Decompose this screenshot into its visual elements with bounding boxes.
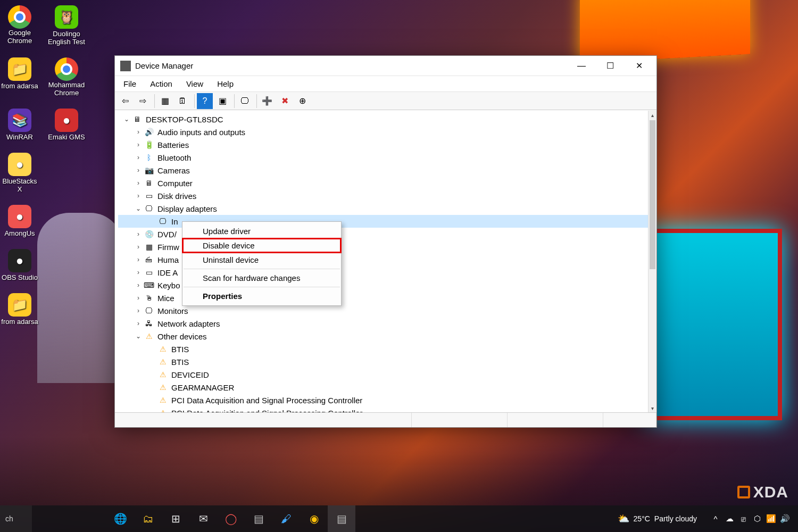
toolbar-show-hidden-button[interactable]: ▦ (157, 93, 173, 109)
desktop-icon[interactable]: 📚WinRAR (1, 109, 38, 141)
toolbar-enable-button[interactable]: ➕ (259, 93, 275, 109)
chevron-right-icon[interactable]: › (134, 230, 143, 238)
tree-node[interactable]: ›ᛒBluetooth (118, 151, 648, 164)
tree-node[interactable]: ⚠BTIS (118, 355, 648, 368)
tree-node[interactable]: ⌄🖥DESKTOP-GTL8SDC (118, 113, 648, 126)
desktop-icon[interactable]: ●Emaki GMS (48, 109, 85, 141)
taskbar-search[interactable]: ch (0, 505, 32, 532)
desktop-icon[interactable]: ●BlueStacks X (1, 153, 38, 193)
taskbar-pin-store[interactable]: ⊞ (162, 505, 189, 532)
tree-node[interactable]: ›🔋Batteries (118, 138, 648, 151)
taskbar-pin-explorer[interactable]: 🗂 (134, 505, 162, 532)
desktop-icon[interactable]: ●OBS Studio (1, 249, 38, 281)
menu-help[interactable]: Help (211, 78, 240, 90)
weather-temp[interactable]: 25°C (634, 514, 650, 523)
desktop-icon[interactable]: 📁from adarsa (1, 293, 38, 326)
chevron-right-icon[interactable]: › (134, 128, 143, 136)
tray-icon-5[interactable]: 🔊 (778, 505, 792, 532)
context-menu-item-update-driver[interactable]: Update driver (182, 224, 341, 238)
tree-node[interactable]: ›📷Cameras (118, 164, 648, 177)
chevron-down-icon[interactable]: ⌄ (134, 204, 143, 213)
close-button[interactable]: ✕ (625, 56, 653, 76)
tray-icon-1[interactable]: ☁ (722, 505, 736, 532)
chevron-right-icon[interactable]: › (134, 294, 143, 302)
wallpaper-accent (644, 229, 782, 420)
chevron-right-icon[interactable]: › (134, 255, 143, 264)
desktop-icon[interactable]: ●AmongUs (1, 205, 38, 237)
chevron-none (148, 345, 156, 353)
desktop-icon[interactable]: 🦉Duolingo English Test (48, 5, 85, 46)
tree-node[interactable]: ⚠GEARMANAGER (118, 381, 648, 394)
tree-node[interactable]: ›🖵Monitors (118, 304, 648, 317)
tray-icon-4[interactable]: 📶 (764, 505, 778, 532)
taskbar-pin-opera[interactable]: ◯ (217, 505, 245, 532)
tree-node[interactable]: ⚠BTIS (118, 343, 648, 355)
weather-text[interactable]: Partly cloudy (654, 514, 697, 523)
taskbar-pin-paint[interactable]: 🖌 (272, 505, 300, 532)
chevron-right-icon[interactable]: › (134, 243, 143, 251)
context-menu-item-uninstall-device[interactable]: Uninstall device (182, 253, 341, 267)
toolbar-scan-button[interactable]: ▣ (214, 93, 230, 109)
maximize-button[interactable]: ☐ (596, 56, 625, 76)
tray-icon-3[interactable]: ⬡ (750, 505, 764, 532)
tree-node[interactable]: ⚠DEVICEID (118, 368, 648, 381)
desktop-icon[interactable]: Google Chrome (1, 5, 38, 46)
chevron-right-icon[interactable]: › (134, 192, 143, 200)
toolbar-disable-button[interactable]: ✖ (277, 93, 293, 109)
tree-node[interactable]: ›🖧Network adapters (118, 317, 648, 330)
watermark-text: XDA (753, 483, 788, 501)
scroll-thumb[interactable] (650, 120, 655, 269)
titlebar[interactable]: Device Manager — ☐ ✕ (115, 56, 656, 76)
tree-node-label: DEVICEID (171, 370, 209, 379)
menu-action[interactable]: Action (144, 78, 179, 90)
tree-node-label: Computer (157, 179, 193, 188)
chevron-down-icon[interactable]: ⌄ (122, 115, 131, 123)
toolbar-forward-button[interactable]: ⇨ (135, 93, 151, 109)
menu-file[interactable]: File (117, 78, 143, 90)
chevron-right-icon[interactable]: › (134, 179, 143, 187)
chevron-right-icon[interactable]: › (134, 153, 143, 162)
toolbar-refresh-button[interactable]: 🗓 (174, 93, 190, 109)
chevron-right-icon[interactable]: › (134, 306, 143, 315)
desktop-icon[interactable]: Mohammad Chrome (48, 57, 85, 97)
scroll-up-button[interactable]: ▴ (649, 111, 656, 119)
tree-node[interactable]: ⌄🖵Display adapters (118, 202, 648, 215)
menubar: FileActionViewHelp (115, 76, 656, 92)
chevron-right-icon[interactable]: › (134, 166, 143, 174)
tray-icon-2[interactable]: ⎚ (736, 505, 750, 532)
taskbar-pin-devmgr[interactable]: ▤ (245, 505, 272, 532)
tree-node[interactable]: ⌄⚠Other devices (118, 330, 648, 343)
device-icon: ⌨ (144, 280, 154, 290)
weather-icon[interactable]: ⛅ (618, 513, 629, 525)
toolbar-monitor-button[interactable]: 🖵 (237, 93, 253, 109)
scroll-down-button[interactable]: ▾ (649, 404, 656, 412)
menu-view[interactable]: View (180, 78, 210, 90)
tree-node[interactable]: ›🔊Audio inputs and outputs (118, 126, 648, 138)
desktop-icon-label: Mohammad Chrome (48, 81, 85, 97)
device-icon: ⚠ (157, 395, 168, 405)
desktop-icon[interactable]: 📁from adarsa (1, 57, 38, 97)
scrollbar-vertical[interactable]: ▴ ▾ (648, 111, 656, 412)
toolbar-back-button[interactable]: ⇦ (117, 93, 133, 109)
taskbar-pin-edge[interactable]: 🌐 (106, 505, 134, 532)
context-menu-item-properties[interactable]: Properties (182, 289, 341, 303)
taskbar-pin-chrome[interactable]: ◉ (300, 505, 328, 532)
tree-node[interactable]: ›▭Disk drives (118, 189, 648, 202)
taskbar-pin-mail[interactable]: ✉ (189, 505, 217, 532)
chevron-right-icon[interactable]: › (134, 140, 143, 149)
context-menu-item-scan-for-hardware-changes[interactable]: Scan for hardware changes (182, 271, 341, 285)
chevron-right-icon[interactable]: › (134, 319, 143, 328)
chevron-right-icon[interactable]: › (134, 268, 143, 277)
tray-icon-0[interactable]: ^ (709, 505, 722, 532)
tree-node[interactable]: ›🖥Computer (118, 177, 648, 189)
chevron-down-icon[interactable]: ⌄ (134, 332, 143, 340)
context-menu-item-disable-device[interactable]: Disable device (182, 238, 341, 253)
toolbar-update-arrow-button[interactable]: ⊕ (294, 93, 310, 109)
tree-node[interactable]: ⚠PCI Data Acquisition and Signal Process… (118, 394, 648, 406)
toolbar-help-button[interactable]: ? (197, 93, 213, 109)
minimize-button[interactable]: — (567, 56, 596, 76)
search-text: ch (5, 514, 13, 523)
taskbar-pin-devmgr2[interactable]: ▤ (328, 505, 355, 532)
tree-node[interactable]: ⚠PCI Data Acquisition and Signal Process… (118, 406, 648, 412)
chevron-right-icon[interactable]: › (134, 281, 143, 289)
